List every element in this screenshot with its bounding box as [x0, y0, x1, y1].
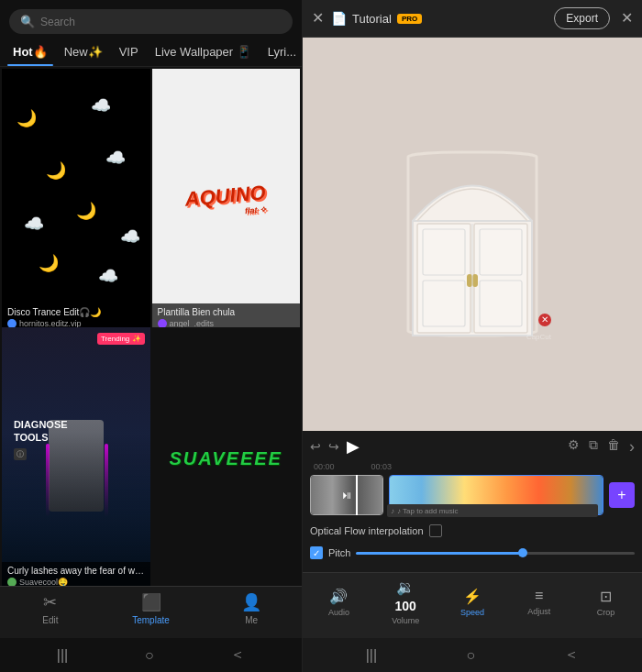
nav-edit-label: Edit — [42, 615, 58, 625]
tabs-row: Hot🔥 New✨ VIP Live Wallpaper 📱 Lyri... — [0, 39, 302, 67]
playhead — [356, 475, 358, 515]
svg-rect-9 — [467, 274, 472, 287]
template-cell-1[interactable]: 🌙 ☁️ 🌙 ☁️ ☁️ 🌙 ☁️ 🌙 ☁️ Disco Trance Edit… — [2, 69, 150, 332]
pitch-label: Pitch — [328, 547, 350, 558]
svg-rect-10 — [472, 274, 478, 287]
timeline-controls: ↩ ↪ ▶ ⚙ ⧉ 🗑 › — [310, 436, 635, 457]
template-icon: ⬛ — [141, 592, 161, 612]
pitch-slider[interactable] — [356, 552, 635, 555]
clip-thumbnail: ⏯ — [311, 476, 382, 514]
timeline-settings: ⚙ ⧉ 🗑 › — [568, 437, 635, 457]
template-text-suaveeee: SUAVEEEE — [170, 448, 282, 469]
tab-hot[interactable]: Hot🔥 — [7, 39, 53, 66]
template-cell-3[interactable]: Trending ✨ DIAGNOSETOOLS ⓘ Curly lashes … — [2, 327, 150, 586]
tab-new[interactable]: New✨ — [59, 39, 108, 66]
phone-bar-left: ||| ○ ＜ — [0, 638, 302, 672]
phone-btn-back[interactable]: ＜ — [230, 645, 245, 665]
speed-label: Speed — [460, 608, 484, 617]
optical-flow-checkbox[interactable] — [429, 524, 442, 537]
phone-btn-home[interactable]: ○ — [145, 647, 154, 664]
editor-title-area: 📄 Tutorial PRO — [331, 11, 547, 26]
crop-label: Crop — [597, 608, 615, 617]
timeline-track[interactable]: ⏯ + ♪ ♪ Tap to add music — [310, 475, 635, 515]
volume-icon: 🔉 — [396, 578, 415, 596]
nav-template[interactable]: ⬛ Template — [101, 592, 202, 625]
audio-icon: 🔊 — [329, 588, 348, 605]
nav-template-label: Template — [132, 615, 170, 625]
tab-lyric-label: Lyri... — [268, 45, 296, 59]
tab-live[interactable]: Live Wallpaper 📱 — [149, 39, 257, 66]
nav-me[interactable]: 👤 Me — [201, 592, 302, 625]
remove-watermark-btn[interactable]: ✕ — [538, 314, 551, 326]
tab-hot-label: Hot🔥 — [13, 45, 48, 59]
close-x-button[interactable]: ✕ — [621, 11, 633, 26]
edit-icon: ✂ — [43, 592, 57, 612]
tab-lyric[interactable]: Lyri... — [262, 39, 302, 66]
add-music-label: ♪ Tap to add music — [397, 507, 459, 515]
tool-volume[interactable]: 🔉 100 Volume — [373, 578, 438, 625]
left-panel: 🔍 Hot🔥 New✨ VIP Live Wallpaper 📱 Lyri... — [0, 0, 303, 672]
volume-value: 100 — [395, 599, 416, 613]
optical-flow-label: Optical Flow interpolation — [310, 525, 424, 536]
cell-3-text-overlay: DIAGNOSETOOLS ⓘ — [14, 419, 138, 459]
tool-crop[interactable]: ⊡ Crop — [573, 588, 638, 617]
template-cell-4[interactable]: SUAVEEEE — [152, 327, 301, 586]
optical-flow-row: Optical Flow interpolation — [310, 521, 635, 541]
search-input[interactable] — [40, 16, 282, 28]
export-button[interactable]: Export — [554, 7, 610, 29]
redo-button[interactable]: ↪ — [328, 439, 339, 454]
template-cell-2[interactable]: AQUINOflat ✧ Plantilla Bien chula angel_… — [152, 69, 301, 332]
timeline-section: ↩ ↪ ▶ ⚙ ⧉ 🗑 › 00:00 00:03 — [303, 431, 642, 572]
more-icon[interactable]: › — [629, 437, 635, 457]
timeline-ruler: 00:00 00:03 — [310, 462, 635, 471]
file-icon: 📄 — [331, 11, 347, 26]
tool-speed[interactable]: ⚡ Speed — [440, 588, 505, 617]
right-phone-home[interactable]: ○ — [466, 647, 475, 664]
me-icon: 👤 — [241, 592, 261, 612]
close-button[interactable]: ✕ — [312, 11, 324, 26]
crop-icon: ⊡ — [600, 588, 612, 605]
cell-3-author-name: Suavecool🤤 — [19, 578, 68, 586]
right-phone-bars: ||| — [366, 647, 377, 664]
add-clip-button[interactable]: + — [609, 482, 635, 508]
video-clip[interactable]: ⏯ — [310, 475, 383, 515]
tab-vip-label: VIP — [119, 45, 138, 59]
right-panel: ✕ 📄 Tutorial PRO Export ✕ — [303, 0, 642, 672]
right-phone-back[interactable]: ＜ — [564, 645, 579, 665]
clip-play-icon: ⏯ — [341, 489, 352, 501]
tool-audio[interactable]: 🔊 Audio — [306, 588, 371, 617]
phone-bar-right: ||| ○ ＜ — [303, 638, 642, 672]
nav-edit[interactable]: ✂ Edit — [0, 592, 101, 625]
editor-title: Tutorial — [352, 12, 392, 26]
template-grid: 🌙 ☁️ 🌙 ☁️ ☁️ 🌙 ☁️ 🌙 ☁️ Disco Trance Edit… — [0, 67, 302, 586]
door-svg — [390, 125, 555, 345]
copy-icon[interactable]: ⧉ — [589, 437, 598, 457]
pitch-checkbox[interactable]: ✓ — [310, 546, 323, 559]
volume-label: Volume — [392, 616, 419, 625]
tool-adjust[interactable]: ≡ Adjust — [506, 588, 571, 616]
cell-3-label: Curly lashes away the fear of worrie... … — [2, 562, 150, 586]
cell-3-title: Curly lashes away the fear of worrie... — [7, 566, 145, 576]
cell-2-title: Plantilla Bien chula — [158, 307, 295, 317]
tab-vip[interactable]: VIP — [114, 39, 144, 66]
settings-icon[interactable]: ⚙ — [568, 437, 580, 457]
watermark-text: CapCut — [526, 333, 551, 341]
add-music-bar[interactable]: ♪ ♪ Tap to add music — [387, 504, 598, 517]
svg-rect-3 — [417, 224, 470, 333]
nav-me-label: Me — [245, 615, 258, 625]
play-button[interactable]: ▶ — [347, 436, 360, 457]
time-mark-0: 00:00 — [314, 462, 335, 471]
cell-3-author: Suavecool🤤 — [7, 578, 145, 586]
delete-icon[interactable]: 🗑 — [607, 437, 620, 457]
check-icon: ✓ — [313, 548, 320, 558]
search-bar[interactable]: 🔍 — [9, 9, 293, 34]
author-avatar-3 — [7, 578, 17, 586]
tab-live-label: Live Wallpaper 📱 — [155, 45, 251, 59]
emoji-background: 🌙 ☁️ 🌙 ☁️ ☁️ 🌙 ☁️ 🌙 ☁️ — [2, 69, 150, 332]
pitch-thumb[interactable] — [518, 548, 527, 557]
audio-label: Audio — [328, 608, 349, 617]
time-mark-3: 00:03 — [371, 462, 393, 471]
undo-button[interactable]: ↩ — [310, 439, 321, 454]
adjust-label: Adjust — [527, 607, 550, 616]
right-header: ✕ 📄 Tutorial PRO Export ✕ — [303, 0, 642, 38]
